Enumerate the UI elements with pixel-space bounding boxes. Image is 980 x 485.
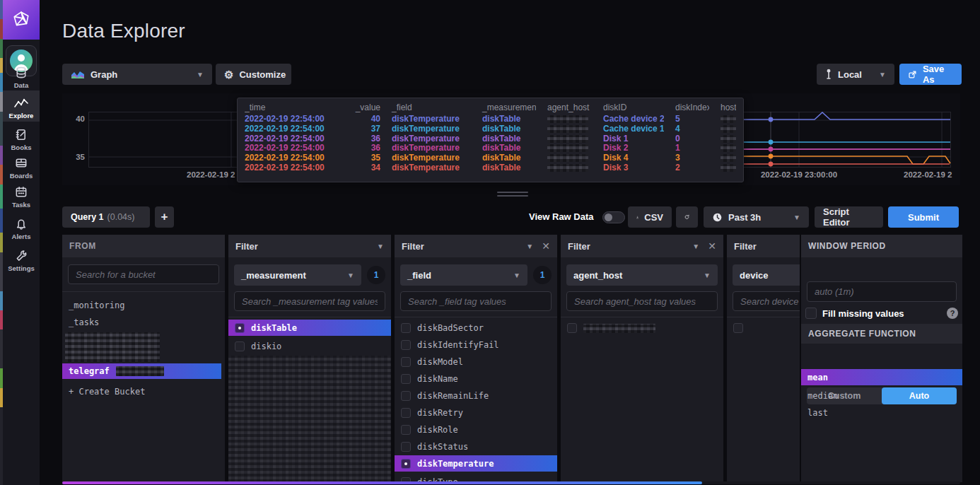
horizontal-scrollbar-track[interactable] bbox=[62, 481, 960, 484]
sidebar-item-label: Alerts bbox=[12, 233, 31, 240]
bucket-item[interactable]: _monitoring bbox=[62, 297, 225, 314]
checkbox[interactable] bbox=[401, 425, 411, 435]
field-search-input[interactable] bbox=[400, 291, 552, 311]
bucket-search-input[interactable] bbox=[68, 264, 219, 284]
fill-missing-values-checkbox[interactable] bbox=[805, 308, 817, 319]
device-option[interactable] bbox=[727, 320, 800, 337]
checkbox[interactable] bbox=[401, 391, 411, 401]
chevron-down-icon: ▼ bbox=[879, 71, 886, 78]
sidebar-item-data[interactable]: Data bbox=[3, 62, 40, 89]
redacted-agent-host bbox=[547, 135, 588, 143]
window-period-field[interactable] bbox=[807, 281, 957, 302]
field-option[interactable]: diskRemainLife bbox=[395, 387, 557, 404]
device-search-input[interactable] bbox=[733, 291, 800, 311]
customize-button[interactable]: ⚙ Customize bbox=[216, 64, 291, 85]
field-option[interactable]: diskName bbox=[395, 370, 557, 387]
sidebar: Data Explore Books Boards Tasks bbox=[3, 0, 40, 485]
device-search[interactable] bbox=[733, 291, 800, 311]
field-search[interactable] bbox=[400, 291, 552, 311]
checkbox[interactable] bbox=[401, 323, 411, 333]
agent-host-option[interactable] bbox=[561, 320, 723, 337]
field-option[interactable]: diskBadSector bbox=[395, 320, 557, 337]
view-type-dropdown[interactable]: Graph ▼ bbox=[62, 64, 212, 85]
tag-key-dropdown[interactable]: _measurement▼ bbox=[234, 264, 361, 286]
tag-key-dropdown[interactable]: _field▼ bbox=[400, 264, 527, 286]
tag-key-dropdown[interactable]: agent_host▼ bbox=[566, 264, 718, 286]
aggregate-option-selected[interactable]: mean bbox=[801, 369, 962, 385]
sidebar-item-boards[interactable]: Boards bbox=[3, 153, 40, 180]
horizontal-scrollbar-thumb[interactable] bbox=[62, 481, 702, 484]
chevron-down-icon: ▼ bbox=[793, 214, 800, 221]
query-tab[interactable]: Query 1 (0.04s) bbox=[62, 206, 150, 228]
sidebar-item-books[interactable]: Books bbox=[3, 124, 40, 151]
sidebar-item-explore[interactable]: Explore bbox=[3, 90, 40, 122]
agent-host-search-input[interactable] bbox=[566, 291, 718, 311]
influxdb-logo[interactable] bbox=[3, 0, 40, 40]
submit-button[interactable]: Submit bbox=[888, 206, 959, 228]
chevron-down-icon[interactable]: ▼ bbox=[526, 242, 533, 250]
graph-type-icon bbox=[71, 69, 85, 79]
aggregate-option[interactable]: last bbox=[801, 404, 962, 421]
redacted-host bbox=[721, 164, 736, 172]
measurement-option[interactable]: diskio bbox=[228, 338, 391, 355]
agent-host-search[interactable] bbox=[566, 291, 718, 311]
field-option[interactable]: diskRole bbox=[395, 421, 557, 438]
hover-dot bbox=[769, 147, 774, 152]
add-query-button[interactable]: + bbox=[155, 206, 174, 228]
field-option[interactable]: diskIdentifyFail bbox=[395, 337, 557, 353]
csv-label: CSV bbox=[644, 212, 663, 223]
refresh-button[interactable] bbox=[676, 206, 698, 228]
checkbox-checked[interactable] bbox=[235, 323, 245, 333]
chevron-down-icon[interactable]: ▼ bbox=[692, 242, 699, 250]
measurement-search[interactable] bbox=[234, 291, 385, 311]
checkbox[interactable] bbox=[401, 374, 411, 384]
field-option-selected[interactable]: diskTemperature bbox=[395, 455, 557, 472]
save-as-button[interactable]: Save As bbox=[899, 64, 962, 85]
script-editor-button[interactable]: Script Editor bbox=[815, 206, 883, 228]
aggregate-option[interactable]: median bbox=[801, 387, 962, 404]
checkbox[interactable] bbox=[567, 323, 577, 333]
help-icon[interactable]: ? bbox=[947, 308, 958, 319]
redacted-agent-host bbox=[547, 164, 588, 172]
measurement-option-selected[interactable]: diskTable bbox=[228, 320, 391, 336]
fill-missing-values-label: Fill missing values bbox=[822, 308, 904, 319]
field-option[interactable]: diskRetry bbox=[395, 404, 557, 421]
bucket-item-selected[interactable]: telegraf bbox=[62, 363, 221, 379]
bucket-search[interactable] bbox=[68, 264, 219, 284]
tag-key-dropdown[interactable]: device bbox=[733, 264, 800, 286]
checkbox-checked[interactable] bbox=[401, 459, 411, 469]
sidebar-item-label: Tasks bbox=[12, 201, 30, 209]
timezone-dropdown[interactable]: Local ▼ bbox=[817, 64, 894, 85]
close-icon[interactable]: ✕ bbox=[542, 240, 550, 252]
window-period-input[interactable] bbox=[807, 281, 957, 302]
close-icon[interactable]: ✕ bbox=[708, 240, 716, 252]
y-axis-tick-40: 40 bbox=[68, 115, 85, 123]
aggregate-function-header: AGGREGATE FUNCTION bbox=[801, 324, 962, 344]
x-axis-tick-center: 2022-02-19 23:00:00 bbox=[755, 170, 843, 179]
panel-resize-handle[interactable] bbox=[497, 192, 528, 197]
field-option[interactable]: diskStatus bbox=[395, 438, 557, 455]
checkbox[interactable] bbox=[401, 357, 411, 367]
bucket-item[interactable]: _tasks bbox=[62, 314, 225, 331]
csv-download-button[interactable]: CSV bbox=[628, 206, 672, 228]
from-panel: FROM _monitoring _tasks telegraf + Creat… bbox=[62, 235, 225, 482]
field-option[interactable]: diskModel bbox=[395, 353, 557, 370]
measurement-search-input[interactable] bbox=[234, 291, 385, 311]
checkbox[interactable] bbox=[235, 341, 245, 351]
hover-dot bbox=[769, 140, 774, 145]
redacted-host bbox=[721, 115, 736, 123]
checkbox[interactable] bbox=[401, 408, 411, 418]
chevron-down-icon[interactable]: ▼ bbox=[377, 242, 384, 250]
checkbox[interactable] bbox=[401, 442, 411, 452]
checkbox[interactable] bbox=[401, 340, 411, 350]
create-bucket-button[interactable]: + Create Bucket bbox=[62, 383, 225, 400]
view-raw-data-toggle[interactable] bbox=[602, 211, 625, 223]
sidebar-item-tasks[interactable]: Tasks bbox=[3, 182, 40, 209]
calendar-icon bbox=[14, 185, 28, 199]
redacted-host bbox=[721, 154, 736, 162]
checkbox[interactable] bbox=[733, 323, 743, 333]
sidebar-item-settings[interactable]: Settings bbox=[3, 245, 40, 272]
sidebar-item-alerts[interactable]: Alerts bbox=[3, 214, 40, 240]
hover-dot bbox=[769, 117, 774, 122]
time-range-dropdown[interactable]: Past 3h ▼ bbox=[704, 206, 809, 228]
